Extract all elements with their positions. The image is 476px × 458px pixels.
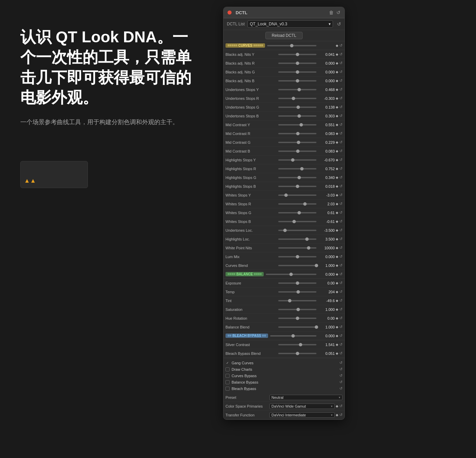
reload-dctl-button[interactable]: Reload DCTL <box>265 32 303 39</box>
reset-icon-21[interactable]: ↺ <box>339 228 342 232</box>
reset-icon-16[interactable]: ↺ <box>339 184 342 188</box>
param-slider-25[interactable] <box>278 265 316 266</box>
select-box-2[interactable]: DaVinci Intermediate ▾ <box>269 412 335 418</box>
checkbox-row-2[interactable]: Curves Bypass ↺ <box>225 372 342 379</box>
reset-icon-1[interactable]: ↺ <box>339 52 342 56</box>
param-slider-5[interactable] <box>278 89 316 90</box>
reset-icon-27[interactable]: ↺ <box>339 281 342 285</box>
param-slider-29[interactable] <box>278 300 316 301</box>
reset-icon-33[interactable]: ↺ <box>339 334 342 338</box>
param-slider-35[interactable] <box>278 353 316 354</box>
checkbox-indicator-1[interactable] <box>225 367 230 371</box>
dctl-list-select[interactable]: QT_Look_DNA_v0.3 ▾ <box>247 20 333 28</box>
param-slider-8[interactable] <box>278 115 316 117</box>
reset-icon-2[interactable]: ↺ <box>339 61 342 65</box>
dctl-reset-icon[interactable]: ↺ <box>337 21 341 27</box>
param-slider-4[interactable] <box>278 80 316 82</box>
param-slider-32[interactable] <box>278 326 316 328</box>
reset-icon-10[interactable]: ↺ <box>339 131 342 136</box>
checkbox-indicator-0[interactable]: ✓ <box>225 361 230 365</box>
param-slider-22[interactable] <box>278 238 316 240</box>
checkbox-row-1[interactable]: Draw Charts ↺ <box>225 366 342 372</box>
param-slider-19[interactable] <box>278 212 316 213</box>
reset-icon-3[interactable]: ↺ <box>339 70 342 74</box>
reset-icon-29[interactable]: ↺ <box>339 298 342 303</box>
reset-icon-26[interactable]: ↺ <box>339 272 342 276</box>
param-slider-11[interactable] <box>278 142 316 143</box>
reset-icon-7[interactable]: ↺ <box>339 105 342 109</box>
reset-icon-0[interactable]: ↺ <box>339 43 342 48</box>
param-slider-31[interactable] <box>278 318 316 319</box>
checkbox-row-0[interactable]: ✓ Gang Curves ↺ <box>225 360 342 366</box>
checkbox-indicator-4[interactable] <box>225 387 230 391</box>
checkbox-indicator-3[interactable] <box>225 380 230 384</box>
reset-icon-32[interactable]: ↺ <box>339 325 342 329</box>
select-reset-1[interactable]: ↺ <box>339 404 342 408</box>
select-box-0[interactable]: Neutral ▾ <box>269 395 342 400</box>
checkbox-reset-4[interactable]: ↺ <box>339 386 342 391</box>
checkbox-reset-2[interactable]: ↺ <box>339 373 342 378</box>
section-slider-0[interactable] <box>267 45 316 46</box>
param-slider-3[interactable] <box>278 71 316 73</box>
reset-icon-25[interactable]: ↺ <box>339 263 342 268</box>
reset-icon-8[interactable]: ↺ <box>339 114 342 118</box>
param-slider-9[interactable] <box>278 124 316 125</box>
reset-icon-34[interactable]: ↺ <box>339 342 342 347</box>
select-box-1[interactable]: DaVinci Wide Gamut ▾ <box>269 404 335 409</box>
checkbox-reset-3[interactable]: ↺ <box>339 380 342 384</box>
reset-icon-30[interactable]: ↺ <box>339 307 342 312</box>
param-slider-2[interactable] <box>278 63 316 64</box>
param-slider-27[interactable] <box>278 282 316 284</box>
checkbox-reset-1[interactable]: ↺ <box>339 367 342 371</box>
param-slider-30[interactable] <box>278 309 316 310</box>
reset-icon-24[interactable]: ↺ <box>339 254 342 259</box>
param-slider-15[interactable] <box>278 177 316 178</box>
reset-icon-11[interactable]: ↺ <box>339 140 342 144</box>
section-slider-33[interactable] <box>270 335 316 337</box>
reset-icon-31[interactable]: ↺ <box>339 316 342 320</box>
checkbox-row-4[interactable]: Bleach Bypass ↺ <box>225 385 342 392</box>
param-slider-28[interactable] <box>278 291 316 293</box>
reset-icon-13[interactable]: ↺ <box>339 158 342 162</box>
reset-icon-4[interactable]: ↺ <box>339 78 342 83</box>
param-slider-6[interactable] <box>278 98 316 99</box>
param-slider-23[interactable] <box>278 247 316 249</box>
param-slider-10[interactable] <box>278 133 316 134</box>
param-slider-7[interactable] <box>278 107 316 108</box>
reset-icon-9[interactable]: ↺ <box>339 122 342 127</box>
reset-icon-15[interactable]: ↺ <box>339 175 342 180</box>
reset-icon-20[interactable]: ↺ <box>339 219 342 224</box>
reset-icon-6[interactable]: ↺ <box>339 96 342 100</box>
reset-icon-23[interactable]: ↺ <box>339 246 342 250</box>
checkbox-row-3[interactable]: Balance Bypass ↺ <box>225 379 342 385</box>
reset-icon-35[interactable]: ↺ <box>339 351 342 356</box>
reset-icon-19[interactable]: ↺ <box>339 210 342 215</box>
reset-icon-28[interactable]: ↺ <box>339 290 342 294</box>
reset-icon-5[interactable]: ↺ <box>339 87 342 92</box>
reset-icon-17[interactable]: ↺ <box>339 193 342 197</box>
checkbox-reset-0[interactable]: ↺ <box>339 361 342 365</box>
select-reset-2[interactable]: ↺ <box>339 413 342 417</box>
reset-icon-22[interactable]: ↺ <box>339 237 342 241</box>
reset-icon[interactable]: ↺ <box>336 10 340 15</box>
param-slider-24[interactable] <box>278 256 316 257</box>
reset-icon-12[interactable]: ↺ <box>339 149 342 153</box>
param-slider-14[interactable] <box>278 168 316 169</box>
param-slider-18[interactable] <box>278 203 316 205</box>
param-slider-20[interactable] <box>278 221 316 222</box>
reset-icon-18[interactable]: ↺ <box>339 202 342 206</box>
param-slider-21[interactable] <box>278 230 316 231</box>
checkbox-indicator-2[interactable] <box>225 374 230 378</box>
close-button-icon[interactable] <box>228 10 232 15</box>
diamond-icon-24: ◆ <box>336 255 338 258</box>
param-slider-16[interactable] <box>278 186 316 187</box>
param-slider-12[interactable] <box>278 151 316 152</box>
param-slider-1[interactable] <box>278 54 316 55</box>
reset-icon-14[interactable]: ↺ <box>339 166 342 171</box>
param-value-34: 1.541 <box>318 343 335 347</box>
trash-icon[interactable]: 🗑 <box>329 10 334 15</box>
param-slider-13[interactable] <box>278 159 316 161</box>
section-slider-26[interactable] <box>266 274 316 275</box>
param-slider-17[interactable] <box>278 194 316 196</box>
param-slider-34[interactable] <box>278 344 316 345</box>
